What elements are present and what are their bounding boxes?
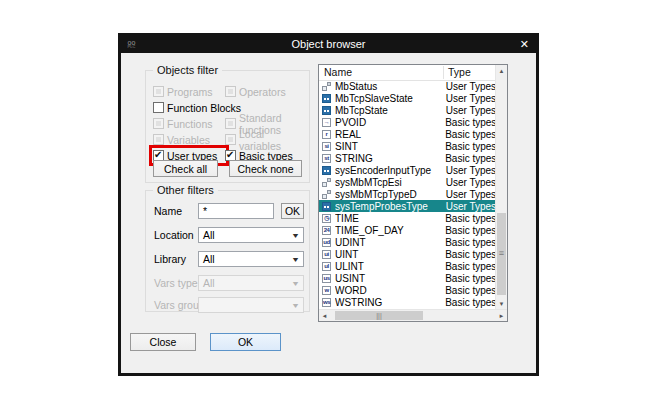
- checkbox-local-variables: Local variables: [225, 133, 305, 146]
- table-row[interactable]: sysMbMTcpEsi User Types: [319, 176, 495, 188]
- column-header-type[interactable]: Type: [448, 66, 471, 78]
- library-value: All: [203, 253, 215, 265]
- table-row[interactable]: ws WSTRING Basic types: [319, 296, 495, 308]
- vars-type-label: Vars type: [154, 277, 198, 289]
- table-row[interactable]: r REAL Basic types: [319, 128, 495, 140]
- dialog-body: Objects filter Programs Operators Functi…: [121, 53, 536, 373]
- titlebar[interactable]: oo PLC Object browser ✕: [121, 36, 536, 53]
- row-type: Basic types: [438, 141, 495, 152]
- horizontal-scrollbar[interactable]: ◄ ►: [319, 309, 507, 321]
- vars-type-select: All ▼: [198, 275, 304, 291]
- other-filters-group: Other filters Name * OK Location All ▼ L…: [145, 190, 310, 312]
- struct-user-icon: [322, 106, 331, 115]
- row-name: MbStatus: [335, 81, 439, 92]
- row-type: User Types: [439, 81, 495, 92]
- row-type: User Types: [439, 105, 495, 116]
- struct-gray-icon: [322, 178, 331, 187]
- struct-user-icon: [322, 94, 331, 103]
- table-row[interactable]: si SINT Basic types: [319, 140, 495, 152]
- row-type: Basic types: [438, 261, 495, 272]
- name-input[interactable]: *: [198, 203, 274, 219]
- table-row[interactable]: ul ULINT Basic types: [319, 260, 495, 272]
- types-listview: Name Type MbStatus User Types MbTcpSlave…: [318, 64, 508, 322]
- scroll-right-icon[interactable]: ►: [496, 310, 507, 321]
- list-header: Name Type: [319, 65, 495, 81]
- row-type: User Types: [439, 189, 495, 200]
- location-label: Location: [154, 229, 194, 241]
- table-row[interactable]: st STRING Basic types: [319, 152, 495, 164]
- table-row[interactable]: us USINT Basic types: [319, 272, 495, 284]
- checkbox-box[interactable]: [153, 134, 164, 145]
- scroll-down-icon[interactable]: ▼: [496, 298, 507, 309]
- location-select[interactable]: All ▼: [198, 227, 304, 243]
- table-row[interactable]: sysEncoderInputType User Types: [319, 164, 495, 176]
- row-name: sysMbMTcpEsi: [335, 177, 439, 188]
- table-row[interactable]: ud UDINT Basic types: [319, 236, 495, 248]
- table-row[interactable]: MbStatus User Types: [319, 80, 495, 92]
- checkbox-box[interactable]: [225, 118, 236, 129]
- checkbox-label: Local variables: [239, 128, 305, 152]
- name-ok-button[interactable]: OK: [281, 203, 304, 219]
- scroll-left-icon[interactable]: ◄: [319, 310, 330, 321]
- check-all-button[interactable]: Check all: [153, 160, 218, 177]
- checkbox-label: Function Blocks: [167, 102, 241, 114]
- column-header-name[interactable]: Name: [324, 66, 352, 78]
- table-row[interactable]: w WORD Basic types: [319, 284, 495, 296]
- library-select[interactable]: All ▼: [198, 251, 304, 267]
- table-row[interactable]: MbTcpState User Types: [319, 104, 495, 116]
- row-name: ULINT: [335, 261, 438, 272]
- object-browser-dialog: oo PLC Object browser ✕ Objects filter P…: [118, 33, 539, 376]
- glyph-icon: us: [322, 274, 331, 283]
- objects-filter-legend: Objects filter: [153, 64, 222, 76]
- table-row[interactable]: sysTempProbesType User Types: [319, 200, 495, 212]
- list-rows: MbStatus User Types MbTcpSlaveState User…: [319, 80, 495, 309]
- row-type: Basic types: [438, 213, 495, 224]
- struct-user-icon: [322, 166, 331, 175]
- glyph-icon: ws: [322, 298, 331, 307]
- glyph-icon: ui: [322, 250, 331, 259]
- table-row[interactable]: → PVOID Basic types: [319, 116, 495, 128]
- table-row[interactable]: ui UINT Basic types: [319, 248, 495, 260]
- row-name: SINT: [335, 141, 438, 152]
- row-name: MbTcpState: [335, 105, 439, 116]
- row-type: Basic types: [438, 273, 495, 284]
- column-divider[interactable]: [443, 66, 444, 79]
- row-name: USINT: [335, 273, 438, 284]
- table-row[interactable]: MbTcpSlaveState User Types: [319, 92, 495, 104]
- scroll-up-icon[interactable]: ▲: [496, 65, 507, 76]
- glyph-icon: 24: [322, 226, 331, 235]
- row-name: WSTRING: [335, 297, 438, 308]
- vertical-scroll-thumb[interactable]: [497, 213, 506, 295]
- check-none-button[interactable]: Check none: [229, 160, 302, 177]
- close-icon[interactable]: ✕: [520, 38, 529, 51]
- row-name: UINT: [335, 249, 438, 260]
- ok-button[interactable]: OK: [210, 333, 281, 351]
- close-button[interactable]: Close: [130, 333, 196, 351]
- objects-filter-group: Objects filter Programs Operators Functi…: [145, 70, 310, 183]
- checkbox-box[interactable]: [225, 134, 236, 145]
- checkbox-box[interactable]: [153, 118, 164, 129]
- checkbox-box[interactable]: [153, 102, 164, 113]
- objects-filter-grid: Programs Operators Function Blocks Funct…: [153, 85, 305, 162]
- table-row[interactable]: sysMbMTcpTypeD User Types: [319, 188, 495, 200]
- other-filters-legend: Other filters: [153, 184, 218, 196]
- row-type: Basic types: [438, 249, 495, 260]
- checkbox-label: Programs: [167, 86, 213, 98]
- vertical-scrollbar[interactable]: ▲ ▼: [495, 65, 507, 309]
- row-name: PVOID: [335, 117, 438, 128]
- checkbox-label: Functions: [167, 118, 213, 130]
- table-row[interactable]: 24 TIME_OF_DAY Basic types: [319, 224, 495, 236]
- row-type: Basic types: [438, 129, 495, 140]
- checkbox-box[interactable]: [225, 86, 236, 97]
- chevron-down-icon: ▼: [291, 232, 300, 239]
- checkbox-box[interactable]: [153, 86, 164, 97]
- row-name: WORD: [335, 285, 438, 296]
- glyph-icon: ud: [322, 238, 331, 247]
- checkbox-label: Operators: [239, 86, 286, 98]
- row-name: sysEncoderInputType: [335, 165, 439, 176]
- table-row[interactable]: ◷ TIME Basic types: [319, 212, 495, 224]
- row-type: Basic types: [438, 153, 495, 164]
- struct-gray-icon: [322, 190, 331, 199]
- horizontal-scroll-thumb[interactable]: [335, 311, 423, 320]
- row-name: sysTempProbesType: [335, 201, 439, 212]
